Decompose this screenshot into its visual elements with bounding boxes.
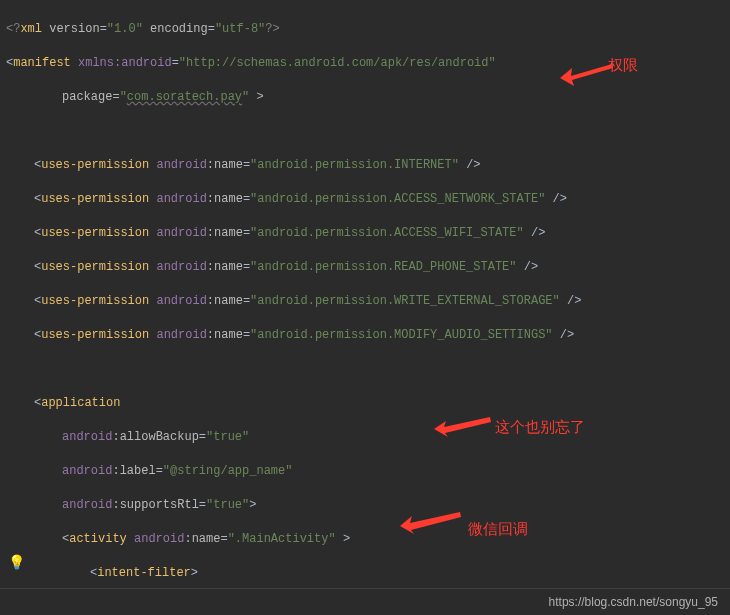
code-line: <uses-permission android:name="android.p… [6,327,724,344]
code-line: <uses-permission android:name="android.p… [6,293,724,310]
code-line: <uses-permission android:name="android.p… [6,191,724,208]
code-line: package="com.soratech.pay" > [6,89,724,106]
code-line: <activity android:name=".MainActivity" > [6,531,724,548]
code-line: <manifest xmlns:android="http://schemas.… [6,55,724,72]
code-editor[interactable]: <?xml version="1.0" encoding="utf-8"?> <… [0,0,730,615]
code-line: <uses-permission android:name="android.p… [6,259,724,276]
code-line: <?xml version="1.0" encoding="utf-8"?> [6,21,724,38]
footer-url: https://blog.csdn.net/songyu_95 [549,595,718,609]
footer-bar: https://blog.csdn.net/songyu_95 [0,588,730,615]
code-line: android:label="@string/app_name" [6,463,724,480]
code-line: <uses-permission android:name="android.p… [6,157,724,174]
code-line: <application [6,395,724,412]
code-line [6,123,724,140]
code-line: <uses-permission android:name="android.p… [6,225,724,242]
lightbulb-icon[interactable]: 💡 [8,554,25,571]
code-line: android:supportsRtl="true"> [6,497,724,514]
code-line: <intent-filter> [6,565,724,582]
code-line [6,361,724,378]
code-line: android:allowBackup="true" [6,429,724,446]
